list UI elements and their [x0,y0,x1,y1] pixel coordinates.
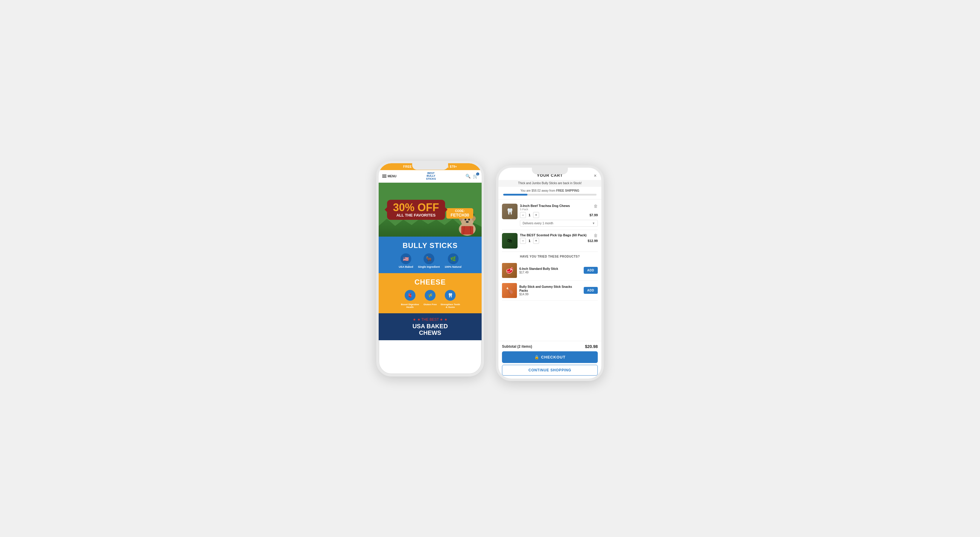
cart-footer: Subtotal (2 items) $20.98 🔒 CHECKOUT CON… [498,341,601,379]
cart-item-1-decrease[interactable]: − [520,212,526,218]
progress-bar-bg [503,194,597,196]
cart-item-1-qty: 1 [527,213,532,217]
cart-item-2-image: 🛍 [502,233,517,249]
upsell-item-2: 🍗 Bully Stick and Gummy Stick Snacks Pac… [502,280,598,301]
upsell-item-1-price: $17.49 [519,271,581,274]
bully-sticks-title: BULLY STICKS [382,241,478,250]
cart-item-2-delete[interactable]: 🗑 [593,233,598,238]
scene: FREE SHIPPING ON ORDERS $79+ MENU BEST B… [364,144,616,393]
cart-item-1-details: 3-Inch Beef Trachea Dog Chews 5 Pack 🗑 −… [520,204,598,227]
cart-item-1-top: 3-Inch Beef Trachea Dog Chews 5 Pack 🗑 [520,204,598,212]
cart-item-1-increase[interactable]: + [533,212,539,218]
feature-digestive: 🫀 Boost Digestive Health [399,290,420,309]
cart-item-2-details: The BEST Scented Pick Up Bags (60 Pack) … [520,233,598,244]
hero-percent: 30% OFF [393,202,439,213]
search-icon[interactable]: 🔍 [465,174,471,178]
upsell-item-2-name: Bully Stick and Gummy Stick Snacks Packs [519,285,581,293]
feature-natural: 🌿 100% Natural [444,253,461,268]
cart-item-2: 🛍 The BEST Scented Pick Up Bags (60 Pack… [502,230,598,252]
feature-usa-baked: 🇺🇸 USA Baked [399,253,413,268]
upsell-item-1-details: 6-Inch Standard Bully Stick $17.49 [519,267,581,274]
hero-code-label: CODE: [450,209,469,213]
hero-banner: 30% OFF ALL THE FAVORITES CODE: FETCH30 [379,183,482,237]
hero-subtitle: ALL THE FAVORITES [393,213,439,217]
upsell-item-1: 🥩 6-Inch Standard Bully Stick $17.49 ADD [502,261,598,280]
usa-baked-label: USA Baked [399,265,413,268]
bully-sticks-section: BULLY STICKS 🇺🇸 USA Baked 🐂 Single Ingre… [379,237,482,273]
cheese-title: CHEESE [382,278,478,286]
left-phone-content: FREE SHIPPING ON ORDERS $79+ MENU BEST B… [379,163,482,374]
cheese-section: CHEESE 🫀 Boost Digestive Health 🌾 Gluten… [379,273,482,313]
gluten-free-label: Gluten Free [423,303,437,306]
cart-panel: YOUR CART × Thick and Jumbo Bully Sticks… [498,168,601,379]
natural-label: 100% Natural [444,265,461,268]
hero-content: 30% OFF ALL THE FAVORITES CODE: FETCH30 [387,200,474,220]
strengthen-teeth-label: Strengthen Teeth & Gums [440,303,461,309]
bottom-title: USA BAKED CHEWS [382,323,478,336]
cart-item-1-qty-row: − 1 + $7.99 [520,212,598,218]
feature-gluten-free: 🌾 Gluten Free [423,290,437,309]
cart-item-2-increase[interactable]: + [533,238,539,244]
upsell-section: HAVE YOU TRIED THESE PRODUCTS? 🥩 6-Inch … [502,252,598,303]
cart-item-1-name: 3-Inch Beef Trachea Dog Chews [520,204,570,208]
left-phone: FREE SHIPPING ON ORDERS $79+ MENU BEST B… [376,161,484,376]
cart-item-1-image: 🦷 [502,204,517,219]
natural-icon: 🌿 [448,253,458,264]
right-phone-content: YOUR CART × Thick and Jumbo Bully Sticks… [498,168,601,379]
cart-item-1-delete[interactable]: 🗑 [593,204,598,209]
nav-icons: 🔍 🛒 3 [465,174,478,178]
logo: BEST BULLY STICKS [426,172,436,181]
hamburger-icon [382,175,387,178]
cart-item-1-variant: 5 Pack [520,208,570,211]
gluten-free-icon: 🌾 [425,290,436,301]
bully-features: 🇺🇸 USA Baked 🐂 Single Ingredient 🌿 100% … [382,253,478,268]
feature-strengthen-teeth: 🦷 Strengthen Teeth & Gums [440,290,461,309]
stars: ★ ★ THE BEST ★ ★ [382,317,478,322]
digestive-icon: 🫀 [405,290,415,301]
cart-item-1: 🦷 3-Inch Beef Trachea Dog Chews 5 Pack 🗑 [502,201,598,230]
subtotal-value: $20.98 [585,344,598,349]
cart-close-button[interactable]: × [594,173,597,178]
subtotal-row: Subtotal (2 items) $20.98 [502,344,598,349]
menu-button[interactable]: MENU [382,175,396,178]
svg-point-6 [466,221,469,223]
bottom-banner: ★ ★ THE BEST ★ ★ USA BAKED CHEWS [379,313,482,340]
strengthen-teeth-icon: 🦷 [445,290,456,301]
cart-divider-1 [498,199,601,199]
cart-item-2-top: The BEST Scented Pick Up Bags (60 Pack) … [520,233,598,238]
right-phone: YOUR CART × Thick and Jumbo Bully Sticks… [496,165,604,381]
progress-bar-fill [503,194,527,196]
cart-badge: 3 [476,172,479,175]
cart-item-2-decrease[interactable]: − [520,238,526,244]
nav-bar: MENU BEST BULLY STICKS 🔍 🛒 3 [379,170,482,183]
subtotal-label: Subtotal (2 items) [502,344,532,349]
cheese-features: 🫀 Boost Digestive Health 🌾 Gluten Free 🦷… [382,290,478,309]
cart-body[interactable]: 🦷 3-Inch Beef Trachea Dog Chews 5 Pack 🗑 [498,201,601,341]
delivers-label-1: Delivers every 1 month [523,221,553,225]
cart-item-1-price: $7.99 [589,213,598,217]
cart-item-2-qty-row: − 1 + $12.99 [520,238,598,244]
svg-rect-9 [461,226,473,234]
cart-item-2-qty: 1 [527,239,532,242]
upsell-item-1-add-button[interactable]: ADD [584,267,598,274]
cart-icon[interactable]: 🛒 3 [473,174,478,178]
hero-code-value: FETCH30 [450,213,469,217]
shipping-text: You are $58.02 away from FREE SHIPPING [503,189,597,192]
digestive-label: Boost Digestive Health [399,303,420,309]
upsell-item-2-details: Bully Stick and Gummy Stick Snacks Packs… [519,285,581,296]
upsell-item-1-image: 🥩 [502,263,517,278]
cart-item-2-price: $12.99 [587,239,598,242]
hero-code-box: CODE: FETCH30 [446,208,473,218]
checkout-button[interactable]: 🔒 CHECKOUT [502,351,598,363]
upsell-item-2-image: 🍗 [502,283,517,298]
upsell-item-1-name: 6-Inch Standard Bully Stick [519,267,581,271]
continue-shopping-button[interactable]: CONTINUE SHOPPING [502,365,598,376]
feature-single-ingredient: 🐂 Single Ingredient [418,253,440,268]
notch-left [412,163,448,170]
upsell-item-2-add-button[interactable]: ADD [584,287,598,294]
single-ingredient-icon: 🐂 [423,253,434,264]
delivers-dropdown-1[interactable]: Delivers every 1 month ▼ [520,220,598,227]
shipping-progress-bar: You are $58.02 away from FREE SHIPPING [498,186,601,198]
lock-icon: 🔒 [534,355,539,359]
cart-item-2-name: The BEST Scented Pick Up Bags (60 Pack) [520,233,587,237]
